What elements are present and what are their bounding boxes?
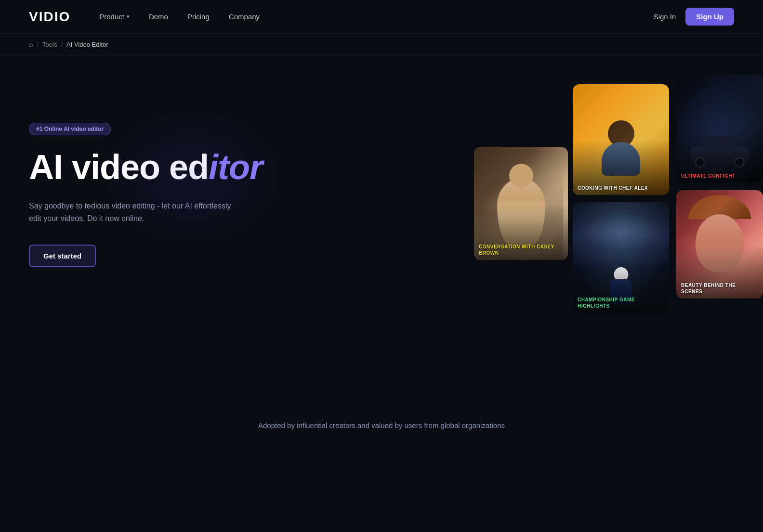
card-gunfight-label: Ultimate Gunfight	[681, 173, 758, 179]
card-beauty-label: Beauty Behind the Scenes	[681, 282, 758, 295]
card-gunfight[interactable]: Ultimate Gunfight	[676, 75, 763, 183]
card-championship-label: Championship Game Highlights	[578, 297, 664, 309]
sign-up-button[interactable]: Sign Up	[685, 8, 734, 26]
home-icon[interactable]: ⌂	[29, 40, 33, 48]
card-beauty[interactable]: Beauty Behind the Scenes	[676, 190, 763, 298]
bottom-section: Adopted by influential creators and valu…	[0, 402, 763, 458]
nav-right: Sign In Sign Up	[654, 8, 734, 26]
breadcrumb-sep-2: /	[61, 41, 63, 48]
sign-in-button[interactable]: Sign In	[654, 13, 676, 21]
breadcrumb-sep-1: /	[37, 41, 39, 48]
nav-company[interactable]: Company	[229, 13, 260, 21]
logo-text: VIDIO	[29, 9, 70, 25]
nav-pricing[interactable]: Pricing	[187, 13, 210, 21]
card-chef[interactable]: Cooking with Chef Alex	[573, 84, 669, 195]
hero-description: Say goodbye to tedious video editing - l…	[29, 200, 231, 225]
navbar: VIDIO Product ▾ Demo Pricing Company Sig…	[0, 0, 763, 34]
card-casey-label: Conversation with Casey Brown	[479, 244, 563, 256]
hero-section: #1 Online AI video editor AI video edito…	[0, 55, 763, 402]
hero-cards-area: Conversation with Casey Brown Cooking wi…	[464, 84, 734, 383]
logo[interactable]: VIDIO	[29, 9, 70, 25]
hero-title-part1: AI video ed	[29, 148, 209, 186]
card-championship[interactable]: Championship Game Highlights	[573, 202, 669, 313]
card-casey[interactable]: Conversation with Casey Brown	[474, 147, 568, 260]
nav-product[interactable]: Product ▾	[99, 13, 130, 21]
nav-left: VIDIO Product ▾ Demo Pricing Company	[29, 9, 260, 25]
breadcrumb: ⌂ / Tools / AI Video Editor	[0, 34, 763, 55]
breadcrumb-current: AI Video Editor	[66, 41, 108, 48]
adopted-text: Adopted by influential creators and valu…	[29, 421, 734, 429]
hero-content-left: #1 Online AI video editor AI video edito…	[29, 84, 263, 267]
nav-demo[interactable]: Demo	[149, 13, 168, 21]
hero-title-italic: itor	[209, 148, 263, 186]
breadcrumb-tools[interactable]: Tools	[42, 41, 57, 48]
chevron-down-icon: ▾	[127, 13, 130, 20]
hero-badge: #1 Online AI video editor	[29, 123, 111, 135]
nav-links: Product ▾ Demo Pricing Company	[99, 13, 260, 21]
get-started-button[interactable]: Get started	[29, 245, 96, 267]
hero-title: AI video editor	[29, 149, 263, 186]
card-chef-label: Cooking with Chef Alex	[578, 185, 664, 191]
